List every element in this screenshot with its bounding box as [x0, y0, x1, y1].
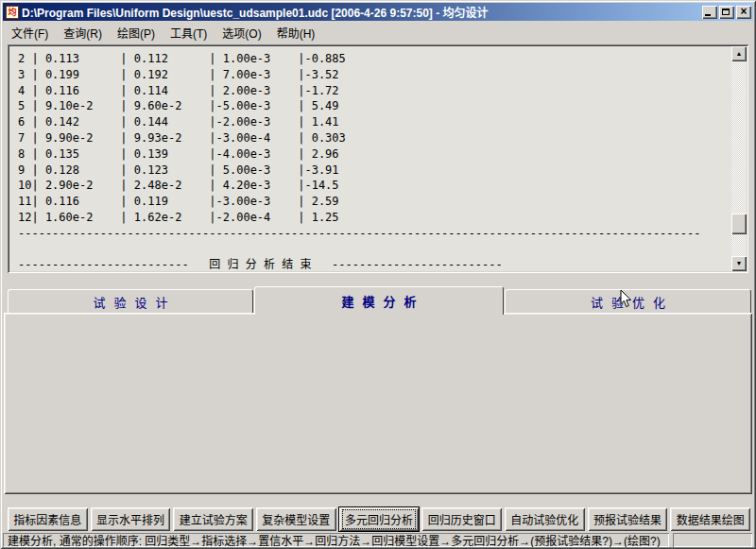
toolbar-button[interactable]: 指标因素信息	[8, 507, 88, 531]
output-line: 6 | 0.142 | 0.144 |-2.00e-3 | 1.41	[18, 114, 729, 130]
output-line: 5 | 9.10e-2 | 9.60e-2 |-5.00e-3 | 5.49	[18, 98, 729, 114]
toolbar-button-label: 数据结果绘图	[677, 511, 745, 527]
toolbar-button[interactable]: 显示水平排列	[91, 507, 171, 531]
maximize-button[interactable]	[719, 6, 734, 19]
tab[interactable]: 试验设计	[8, 289, 253, 314]
status-text: 建模分析, 通常的操作顺序: 回归类型→指标选择→置信水平→回归方法→回归模型设…	[8, 533, 661, 547]
output-line: 10| 2.90e-2 | 2.48e-2 | 4.20e-3 |-14.5	[18, 178, 729, 194]
regression-output-text: 2 | 0.113 | 0.112 | 1.00e-3 |-0.8853 | 0…	[18, 51, 729, 270]
app-window: 均 D:\Program Files\Uniform Design\uestc_…	[0, 0, 756, 549]
menu-item[interactable]: 查询(R)	[56, 23, 110, 43]
toolbar-button-label: 显示水平排列	[96, 511, 164, 527]
output-line: 8 | 0.135 | 0.139 |-4.00e-3 | 2.96	[18, 146, 729, 163]
toolbar-button[interactable]: 建立试验方案	[173, 507, 253, 531]
toolbar-button-label: 多元回归分析	[343, 510, 415, 528]
regression-output-area[interactable]: 2 | 0.113 | 0.112 | 1.00e-3 |-0.8853 | 0…	[8, 44, 748, 273]
maximize-icon	[722, 9, 730, 15]
scrollbar-thumb[interactable]	[731, 214, 747, 234]
output-line: 7 | 9.90e-2 | 9.93e-2 |-3.00e-4 | 0.303	[18, 130, 729, 146]
app-icon: 均	[6, 6, 19, 19]
toolbar-button-label: 复杂模型设置	[262, 511, 330, 527]
scroll-up-button[interactable]: ▲	[731, 46, 747, 61]
menu-bar: 文件(F)查询(R)绘图(P)工具(T)选项(O)帮助(H)	[4, 23, 752, 42]
scroll-down-button[interactable]: ▼	[731, 256, 747, 271]
title-bar[interactable]: 均 D:\Program Files\Uniform Design\uestc_…	[3, 3, 753, 21]
output-line: ----------------------------------------…	[18, 226, 729, 242]
output-line: 2 | 0.113 | 0.112 | 1.00e-3 |-0.885	[18, 51, 729, 67]
minimize-button[interactable]	[702, 6, 717, 19]
modeling-analysis-panel	[4, 313, 752, 494]
output-line: 3 | 0.199 | 0.192 | 7.00e-3 |-3.52	[18, 67, 729, 83]
minimize-icon	[705, 14, 711, 16]
toolbar-button[interactable]: 数据结果绘图	[670, 507, 750, 531]
menu-item[interactable]: 绘图(P)	[110, 23, 163, 43]
output-line: 9 | 0.128 | 0.123 | 5.00e-3 |-3.91	[18, 163, 729, 179]
tab[interactable]: 建模分析	[254, 286, 504, 315]
toolbar-button-label: 建立试验方案	[180, 511, 248, 527]
output-line: 11| 0.116 | 0.119 |-3.00e-3 | 2.59	[18, 194, 729, 210]
close-icon: ×	[736, 5, 751, 18]
output-line: 12| 1.60e-2 | 1.62e-2 |-2.00e-4 | 1.25	[18, 210, 729, 226]
toolbar-button-label: 回归历史窗口	[428, 511, 496, 527]
tab[interactable]: 试验优化	[505, 289, 751, 314]
output-line	[18, 242, 729, 258]
menu-item[interactable]: 帮助(H)	[269, 23, 323, 43]
toolbar-button[interactable]: 预报试验结果	[588, 507, 668, 531]
output-line: 4 | 0.116 | 0.114 | 2.00e-3 |-1.72	[18, 83, 729, 99]
toolbar-button-label: 指标因素信息	[13, 511, 81, 527]
toolbar-button[interactable]: 自动试验优化	[505, 507, 585, 531]
status-bar-side-panel	[673, 533, 752, 547]
toolbar-button[interactable]: 回归历史窗口	[421, 507, 502, 531]
menu-item[interactable]: 选项(O)	[215, 23, 268, 43]
toolbar-button-label: 预报试验结果	[593, 511, 662, 527]
toolbar-button[interactable]: 复杂模型设置	[256, 507, 336, 531]
toolbar-button[interactable]: 多元回归分析	[339, 507, 420, 531]
toolbar-buttons: 指标因素信息显示水平排列建立试验方案复杂模型设置多元回归分析回归历史窗口自动试验…	[8, 507, 750, 531]
status-bar: 建模分析, 通常的操作顺序: 回归类型→指标选择→置信水平→回归方法→回归模型设…	[3, 533, 669, 547]
window-title: D:\Program Files\Uniform Design\uestc_ud…	[22, 4, 700, 20]
vertical-scrollbar[interactable]: ▲ ▼	[731, 46, 747, 271]
toolbar-button-label: 自动试验优化	[510, 511, 578, 527]
menu-item[interactable]: 文件(F)	[4, 23, 56, 43]
close-button[interactable]: ×	[736, 6, 751, 19]
output-line: ------------------------- 回 归 分 析 结 束 --…	[18, 257, 729, 270]
menu-item[interactable]: 工具(T)	[163, 23, 215, 43]
